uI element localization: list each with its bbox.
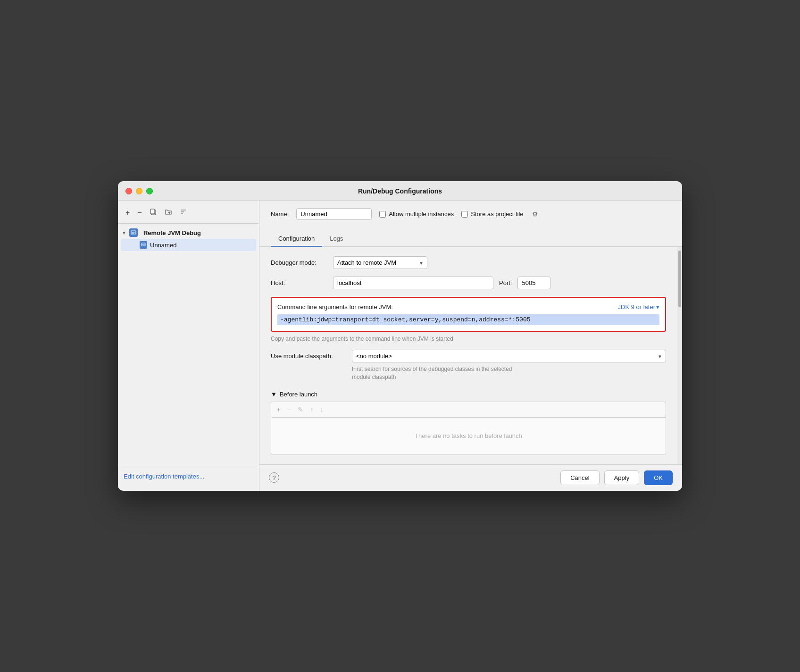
no-tasks-label: There are no tasks to run before launch [415, 432, 522, 439]
allow-multiple-checkbox[interactable] [379, 211, 386, 218]
apply-button[interactable]: Apply [604, 470, 640, 485]
name-input[interactable] [296, 208, 372, 220]
before-launch-toolbar: + − ✎ ↑ ↓ [271, 402, 666, 417]
unnamed-config-label: Unnamed [150, 242, 176, 249]
command-text-value[interactable]: -agentlib:jdwp=transport=dt_socket,serve… [277, 314, 659, 325]
help-button[interactable]: ? [269, 472, 279, 483]
name-label: Name: [271, 210, 289, 218]
scrollbar[interactable] [677, 247, 682, 464]
before-launch-move-up-button[interactable]: ↑ [308, 405, 315, 414]
close-button[interactable] [125, 188, 132, 194]
host-input[interactable] [333, 277, 493, 289]
allow-multiple-group: Allow multiple instances [379, 210, 454, 218]
copy-paste-hint: Copy and paste the arguments to the comm… [271, 336, 666, 342]
command-line-label: Command line arguments for remote JVM: [277, 303, 393, 311]
svg-rect-1 [150, 209, 155, 214]
debugger-mode-select[interactable]: Attach to remote JVM Listen to remote JV… [333, 256, 427, 269]
module-hint-text: First search for sources of the debugged… [352, 365, 666, 381]
port-label: Port: [499, 279, 512, 286]
before-launch-move-down-button[interactable]: ↓ [318, 405, 325, 414]
module-classpath-label: Use module classpath: [271, 353, 346, 360]
config-header: Name: Allow multiple instances Store as … [259, 201, 682, 220]
allow-multiple-label: Allow multiple instances [389, 210, 454, 218]
titlebar: Run/Debug Configurations [118, 181, 682, 201]
jdk-dropdown-icon: ▾ [656, 303, 659, 311]
remote-jvm-icon [129, 228, 138, 237]
before-launch-list: There are no tasks to run before launch [271, 417, 666, 455]
main-window: Run/Debug Configurations + − [118, 181, 682, 491]
host-port-row: Host: Port: [271, 277, 666, 289]
cancel-button[interactable]: Cancel [560, 470, 599, 485]
right-panel: Name: Allow multiple instances Store as … [259, 201, 682, 491]
sidebar-toolbar: + − [118, 205, 259, 224]
sidebar-section-remote-jvm[interactable]: ▼ Remote JVM Debug [118, 227, 259, 239]
module-classpath-select-wrapper: <no module> ▼ [352, 350, 666, 362]
settings-gear-button[interactable]: ⚙ [531, 210, 539, 219]
section-chevron-icon: ▼ [122, 230, 126, 235]
tab-logs[interactable]: Logs [322, 231, 350, 247]
store-project-label: Store as project file [471, 210, 523, 218]
before-launch-add-button[interactable]: + [275, 405, 283, 414]
command-line-box: Command line arguments for remote JVM: J… [271, 297, 666, 332]
debugger-mode-label: Debugger mode: [271, 259, 327, 266]
add-config-button[interactable]: + [124, 208, 132, 218]
sidebar: + − [118, 201, 259, 491]
module-classpath-row: Use module classpath: <no module> ▼ [271, 350, 666, 362]
before-launch-section: ▼ Before launch + − ✎ ↑ ↓ There are no t… [271, 391, 666, 455]
scrollable-area: Debugger mode: Attach to remote JVM List… [259, 247, 682, 464]
scrollbar-thumb[interactable] [678, 251, 681, 307]
port-input[interactable] [517, 277, 550, 289]
debugger-mode-row: Debugger mode: Attach to remote JVM List… [271, 256, 666, 269]
unnamed-config-icon [140, 241, 147, 249]
tab-configuration[interactable]: Configuration [271, 231, 322, 247]
jdk-version-link[interactable]: JDK 9 or later ▾ [618, 303, 659, 311]
before-launch-chevron-icon: ▼ [271, 391, 277, 398]
debugger-mode-select-wrapper: Attach to remote JVM Listen to remote JV… [333, 256, 427, 269]
module-classpath-select[interactable]: <no module> [352, 350, 666, 362]
store-project-group: Store as project file [461, 210, 523, 218]
remove-config-button[interactable]: − [135, 208, 143, 218]
before-launch-header[interactable]: ▼ Before launch [271, 391, 666, 398]
maximize-button[interactable] [146, 188, 153, 194]
config-body: Debugger mode: Attach to remote JVM List… [259, 247, 677, 464]
host-label: Host: [271, 279, 327, 286]
sidebar-item-unnamed[interactable]: Unnamed [121, 239, 256, 251]
window-title: Run/Debug Configurations [358, 187, 442, 195]
tabs-bar: Configuration Logs [259, 226, 682, 247]
sort-button[interactable] [178, 207, 189, 218]
jdk-link-text: JDK 9 or later [618, 303, 655, 311]
store-project-checkbox[interactable] [461, 211, 468, 218]
before-launch-edit-button[interactable]: ✎ [296, 405, 305, 414]
edit-templates-link[interactable]: Edit configuration templates... [124, 473, 204, 480]
dialog-footer: ? Cancel Apply OK [259, 464, 682, 491]
command-box-header: Command line arguments for remote JVM: J… [277, 303, 659, 311]
footer-left: ? [269, 472, 279, 483]
before-launch-remove-button[interactable]: − [285, 405, 293, 414]
sidebar-section-label: Remote JVM Debug [143, 229, 201, 236]
sidebar-footer: Edit configuration templates... [118, 466, 259, 486]
move-to-folder-button[interactable] [163, 207, 174, 218]
main-content: + − [118, 201, 682, 491]
before-launch-label: Before launch [280, 391, 317, 398]
copy-config-button[interactable] [148, 207, 159, 218]
ok-button[interactable]: OK [644, 470, 673, 485]
minimize-button[interactable] [136, 188, 142, 194]
traffic-lights [125, 188, 153, 194]
